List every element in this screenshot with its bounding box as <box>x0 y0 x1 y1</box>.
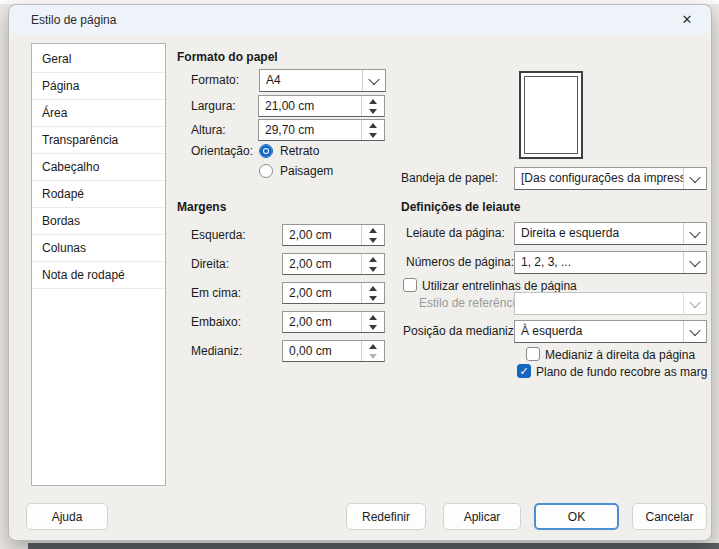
margin-gutter-spin-up[interactable] <box>362 341 384 351</box>
margin-right-spin-up[interactable] <box>362 254 384 264</box>
spin-up-icon <box>369 315 377 320</box>
page-numbers-label: Números de página: <box>406 255 514 269</box>
spin-up-icon <box>369 257 377 262</box>
layout-settings-heading: Definições de leiaute <box>401 200 520 214</box>
width-spin-up[interactable] <box>362 96 384 106</box>
margin-bottom-spin-up[interactable] <box>362 312 384 322</box>
page-layout-dropdown-button[interactable] <box>683 223 706 244</box>
orientation-label: Orientação: <box>191 144 253 158</box>
height-spin-down[interactable] <box>362 130 384 140</box>
chevron-down-icon <box>689 296 700 307</box>
margin-bottom-spin-down[interactable] <box>362 322 384 332</box>
paper-tray-dropdown-button[interactable] <box>683 168 706 189</box>
paper-tray-combobox[interactable]: [Das configurações da impressora <box>514 167 707 190</box>
margin-gutter-value[interactable]: 0,00 cm <box>283 341 361 361</box>
gutter-position-dropdown-button[interactable] <box>683 321 706 342</box>
margin-top-spin-down[interactable] <box>362 293 384 303</box>
spin-down-icon <box>369 354 377 359</box>
tab-colunas[interactable]: Colunas <box>32 235 165 262</box>
background-covers-margins-checkbox[interactable]: ✓ <box>517 364 531 378</box>
backdrop-window-edge <box>28 543 719 549</box>
tab-pagina[interactable]: Página <box>32 73 165 100</box>
page-layout-value: Direita e esquerda <box>515 223 683 244</box>
spin-down-icon <box>369 267 377 272</box>
height-spinner[interactable]: 29,70 cm <box>258 119 385 141</box>
format-value: A4 <box>260 70 362 91</box>
chevron-down-icon <box>689 324 700 335</box>
gutter-right-label[interactable]: Medianiz à direita da página <box>545 348 695 362</box>
background-covers-margins-label[interactable]: Plano de fundo recobre as marg <box>536 365 707 379</box>
height-label: Altura: <box>191 123 226 137</box>
margin-gutter-label: Medianiz: <box>191 344 242 358</box>
gutter-right-checkbox[interactable] <box>526 347 540 361</box>
portrait-radio-label[interactable]: Retrato <box>280 144 319 158</box>
spin-down-icon <box>369 296 377 301</box>
margin-left-spinner[interactable]: 2,00 cm <box>282 224 385 246</box>
landscape-radio[interactable] <box>259 164 273 178</box>
width-value[interactable]: 21,00 cm <box>259 96 361 116</box>
page-layout-combobox[interactable]: Direita e esquerda <box>514 222 707 245</box>
landscape-radio-label[interactable]: Paisagem <box>280 164 333 178</box>
margin-right-spinner[interactable]: 2,00 cm <box>282 253 385 275</box>
close-icon[interactable]: ✕ <box>671 7 703 32</box>
margin-left-spin-up[interactable] <box>362 225 384 235</box>
spin-up-icon <box>369 286 377 291</box>
width-label: Largura: <box>191 99 236 113</box>
ok-button[interactable]: OK <box>534 503 619 530</box>
use-page-line-spacing-checkbox[interactable] <box>403 278 417 292</box>
help-button[interactable]: Ajuda <box>26 503 108 530</box>
page-numbers-value: 1, 2, 3, ... <box>515 252 683 273</box>
margin-left-value[interactable]: 2,00 cm <box>283 225 361 245</box>
cancel-button[interactable]: Cancelar <box>632 503 707 530</box>
margin-bottom-value[interactable]: 2,00 cm <box>283 312 361 332</box>
titlebar[interactable]: Estilo de página ✕ <box>9 5 711 34</box>
tab-rodape[interactable]: Rodapé <box>32 181 165 208</box>
spin-up-icon <box>369 123 377 128</box>
apply-button[interactable]: Aplicar <box>443 503 521 530</box>
page-numbers-dropdown-button[interactable] <box>683 252 706 273</box>
tab-cabecalho[interactable]: Cabeçalho <box>32 154 165 181</box>
margin-top-spinner[interactable]: 2,00 cm <box>282 282 385 304</box>
tab-area[interactable]: Área <box>32 100 165 127</box>
margin-top-spin-up[interactable] <box>362 283 384 293</box>
tab-transparencia[interactable]: Transparência <box>32 127 165 154</box>
paper-preview <box>519 71 583 159</box>
reference-style-combobox <box>514 292 707 315</box>
format-combobox[interactable]: A4 <box>259 69 386 92</box>
reference-style-dropdown-button <box>683 293 706 314</box>
margin-right-label: Direita: <box>191 257 229 271</box>
tab-list: Geral Página Área Transparência Cabeçalh… <box>31 43 166 486</box>
margin-right-spin-down[interactable] <box>362 264 384 274</box>
portrait-radio[interactable] <box>259 144 273 158</box>
margin-left-spin-down[interactable] <box>362 235 384 245</box>
margin-bottom-label: Embaixo: <box>191 315 241 329</box>
margin-top-label: Em cima: <box>191 286 241 300</box>
margin-top-value[interactable]: 2,00 cm <box>283 283 361 303</box>
chevron-down-icon <box>689 171 700 182</box>
spin-up-icon <box>369 228 377 233</box>
width-spin-down[interactable] <box>362 106 384 116</box>
page-numbers-combobox[interactable]: 1, 2, 3, ... <box>514 251 707 274</box>
gutter-position-combobox[interactable]: À esquerda <box>514 320 707 343</box>
tab-geral[interactable]: Geral <box>32 46 165 73</box>
margin-left-label: Esquerda: <box>191 228 246 242</box>
margin-gutter-spin-down[interactable] <box>362 351 384 361</box>
height-spin-up[interactable] <box>362 120 384 130</box>
height-value[interactable]: 29,70 cm <box>259 120 361 140</box>
dialog-title: Estilo de página <box>31 13 116 27</box>
margin-right-value[interactable]: 2,00 cm <box>283 254 361 274</box>
spin-down-icon <box>369 238 377 243</box>
reset-button[interactable]: Redefinir <box>346 503 426 530</box>
chevron-down-icon <box>368 73 379 84</box>
paper-tray-value: [Das configurações da impressora <box>515 168 683 189</box>
reference-style-label: Estilo de referência: <box>419 296 525 310</box>
margin-bottom-spinner[interactable]: 2,00 cm <box>282 311 385 333</box>
tab-bordas[interactable]: Bordas <box>32 208 165 235</box>
tab-nota-de-rodape[interactable]: Nota de rodapé <box>32 262 165 289</box>
width-spinner[interactable]: 21,00 cm <box>258 95 385 117</box>
spin-up-icon <box>369 344 377 349</box>
format-dropdown-button[interactable] <box>362 70 385 91</box>
margin-gutter-spinner[interactable]: 0,00 cm <box>282 340 385 362</box>
gutter-position-value: À esquerda <box>515 321 683 342</box>
use-page-line-spacing-label[interactable]: Utilizar entrelinhas de página <box>422 279 577 293</box>
